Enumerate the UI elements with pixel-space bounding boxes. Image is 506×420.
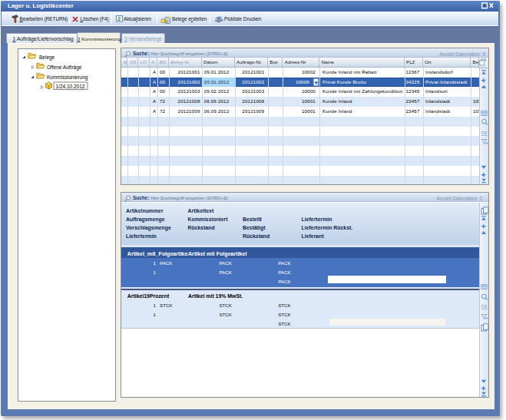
svg-text:2: 2 bbox=[117, 16, 121, 21]
svg-text:Offene Aufträge: Offene Aufträge bbox=[47, 64, 82, 71]
svg-text:Kommissionierung: Kommissionierung bbox=[47, 74, 88, 81]
svg-text:TM: TM bbox=[481, 131, 488, 135]
svg-text:1/24.10.2012: 1/24.10.2012 bbox=[56, 84, 85, 89]
svg-text:Belege: Belege bbox=[39, 55, 55, 61]
svg-text:TM: TM bbox=[481, 304, 488, 309]
